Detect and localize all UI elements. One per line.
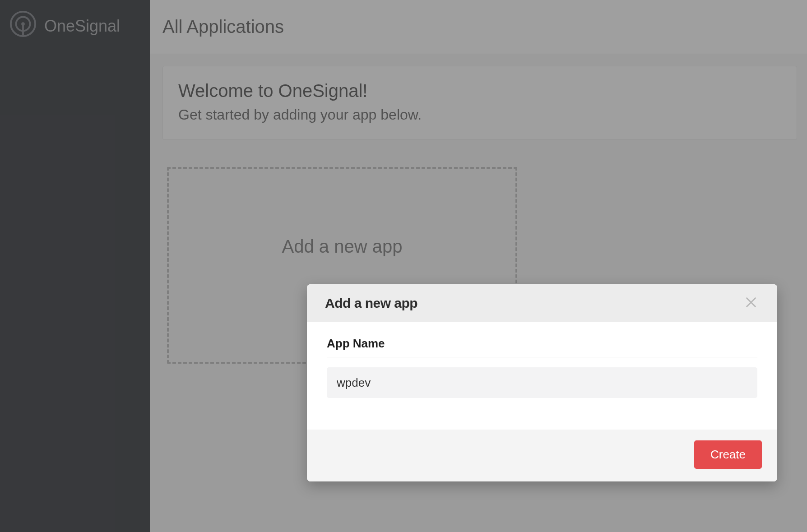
modal-body: App Name (307, 322, 777, 430)
add-app-modal: Add a new app App Name Create (307, 284, 777, 481)
modal-header: Add a new app (307, 284, 777, 322)
app-name-label: App Name (327, 337, 757, 357)
close-icon (745, 296, 757, 310)
modal-footer: Create (307, 430, 777, 481)
app-name-input[interactable] (327, 367, 757, 398)
create-button[interactable]: Create (694, 440, 762, 469)
modal-title: Add a new app (325, 296, 417, 311)
modal-close-button[interactable] (743, 295, 759, 311)
